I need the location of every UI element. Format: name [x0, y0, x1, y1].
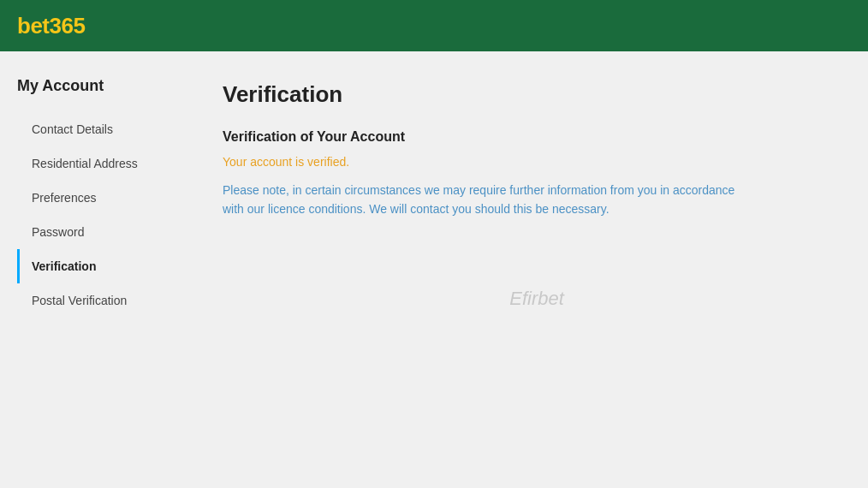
site-logo: bet365: [17, 13, 85, 39]
sidebar-link-residential-address[interactable]: Residential Address: [17, 146, 188, 181]
verified-message: Your account is verified.: [223, 155, 851, 169]
sidebar-link-password[interactable]: Password: [17, 215, 188, 249]
sidebar-item-password[interactable]: Password: [17, 215, 188, 249]
sidebar-item-preferences[interactable]: Preferences: [17, 181, 188, 215]
site-header: bet365: [0, 0, 868, 51]
sidebar-item-contact-details[interactable]: Contact Details: [17, 112, 188, 146]
logo-text-365: 365: [50, 13, 86, 39]
watermark: Efirbet: [223, 288, 851, 310]
logo-text-bet: bet: [17, 13, 50, 39]
sidebar-item-postal-verification[interactable]: Postal Verification: [17, 283, 188, 318]
sidebar-item-verification[interactable]: Verification: [17, 249, 188, 283]
info-message: Please note, in certain circumstances we…: [223, 181, 745, 219]
sidebar-nav: Contact Details Residential Address Pref…: [17, 112, 188, 318]
main-content: Verification Verification of Your Accoun…: [223, 77, 851, 318]
main-container: My Account Contact Details Residential A…: [0, 51, 868, 343]
sidebar-title: My Account: [17, 77, 188, 95]
sidebar-link-preferences[interactable]: Preferences: [17, 181, 188, 215]
sidebar: My Account Contact Details Residential A…: [17, 77, 188, 318]
sidebar-link-verification[interactable]: Verification: [17, 249, 188, 283]
sidebar-item-residential-address[interactable]: Residential Address: [17, 146, 188, 181]
section-title: Verification of Your Account: [223, 129, 851, 145]
page-title: Verification: [223, 81, 851, 108]
sidebar-link-contact-details[interactable]: Contact Details: [17, 112, 188, 146]
sidebar-link-postal-verification[interactable]: Postal Verification: [17, 283, 188, 318]
